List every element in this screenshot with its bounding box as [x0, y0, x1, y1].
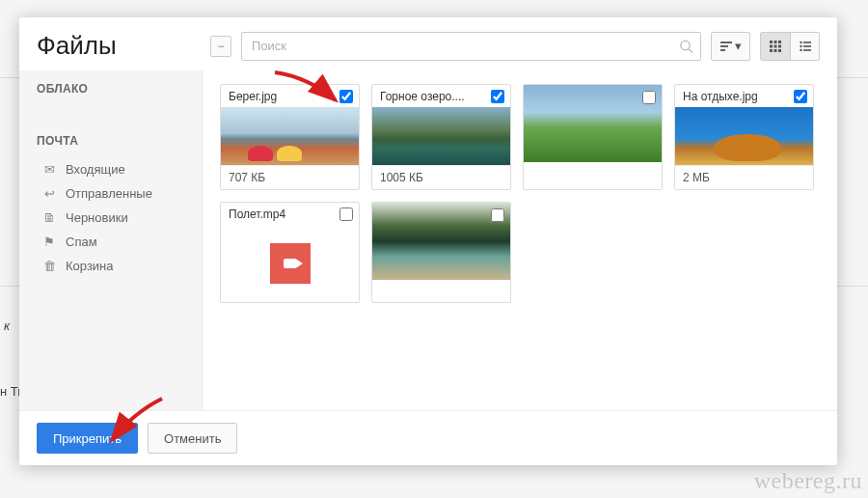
file-name: Берег.jpg	[229, 90, 336, 103]
spam-icon: ⚑	[42, 235, 56, 249]
svg-point-0	[681, 41, 690, 49]
sidebar-item-label: Отправленные	[66, 186, 152, 201]
file-name: Горное озеро....	[380, 90, 487, 103]
file-content: Берег.jpg707 КБГорное озеро....1005 КБНа…	[203, 70, 837, 410]
modal-header: Файлы − ▾	[19, 17, 837, 70]
sidebar-heading-mail: ПОЧТА	[19, 128, 202, 157]
file-grid: Берег.jpg707 КБГорное озеро....1005 КБНа…	[220, 84, 820, 303]
modal-title: Файлы	[37, 31, 201, 61]
modal-body: ОБЛАКО ПОЧТА ✉Входящие↩Отправленные🗎Черн…	[19, 70, 837, 410]
video-icon	[270, 243, 311, 284]
file-tile[interactable]: На отдыхе.jpg2 МБ	[674, 84, 814, 190]
file-name-row: Полет.mp4	[221, 203, 359, 225]
svg-rect-8	[770, 49, 773, 52]
svg-point-15	[800, 48, 801, 50]
sent-icon: ↩	[42, 186, 56, 201]
sort-icon	[719, 41, 733, 52]
bg-label: к	[4, 318, 10, 333]
trash-icon: 🗑	[42, 259, 56, 273]
svg-rect-16	[803, 49, 811, 51]
sidebar-item-trash[interactable]: 🗑Корзина	[19, 254, 202, 278]
grid-icon	[770, 41, 781, 52]
sidebar-heading-cloud[interactable]: ОБЛАКО	[19, 82, 202, 105]
watermark: webereg.ru	[754, 468, 862, 494]
sidebar-item-label: Спам	[66, 235, 97, 249]
svg-rect-7	[778, 44, 781, 47]
search-input[interactable]	[241, 32, 701, 61]
file-select-checkbox[interactable]	[339, 90, 353, 103]
svg-rect-10	[778, 49, 781, 52]
svg-rect-6	[774, 44, 777, 47]
file-size: 1005 КБ	[372, 165, 510, 189]
file-select-checkbox[interactable]	[491, 208, 504, 222]
drafts-icon: 🗎	[42, 210, 56, 225]
file-select-checkbox[interactable]	[339, 208, 353, 221]
search-icon	[679, 39, 693, 53]
sidebar-item-spam[interactable]: ⚑Спам	[19, 230, 202, 254]
file-thumbnail	[221, 107, 359, 165]
file-name: На отдыхе.jpg	[683, 90, 790, 103]
svg-point-11	[800, 41, 801, 42]
file-name-row: На отдыхе.jpg	[675, 85, 813, 107]
file-tile[interactable]: Горное озеро....1005 КБ	[371, 84, 511, 190]
file-picker-modal: Файлы − ▾	[19, 17, 837, 465]
search-wrap	[241, 32, 701, 61]
file-size: 707 КБ	[221, 165, 359, 189]
svg-rect-2	[770, 41, 773, 43]
sidebar-item-sent[interactable]: ↩Отправленные	[19, 181, 202, 206]
list-icon	[800, 41, 811, 52]
cancel-button[interactable]: Отменить	[148, 423, 237, 454]
view-toggle	[760, 32, 820, 61]
svg-rect-12	[803, 42, 811, 43]
svg-rect-5	[770, 44, 773, 47]
caret-down-icon: ▾	[735, 39, 742, 53]
svg-rect-14	[803, 45, 811, 47]
file-tile[interactable]: Полет.mp4	[220, 202, 360, 303]
modal-footer: Прикрепить Отменить	[19, 410, 837, 465]
file-thumbnail	[221, 225, 359, 302]
grid-view-button[interactable]	[761, 33, 790, 60]
minus-icon: −	[217, 41, 224, 52]
svg-line-1	[689, 48, 692, 52]
file-name: Полет.mp4	[229, 208, 336, 221]
sidebar-item-inbox[interactable]: ✉Входящие	[19, 157, 202, 181]
file-name-row: Горное озеро....	[372, 85, 510, 107]
sort-button[interactable]: ▾	[711, 32, 750, 61]
sidebar: ОБЛАКО ПОЧТА ✉Входящие↩Отправленные🗎Черн…	[19, 70, 203, 410]
svg-rect-3	[774, 41, 777, 43]
file-thumbnail	[372, 107, 510, 165]
file-select-checkbox[interactable]	[642, 91, 656, 104]
file-tile[interactable]: Берег.jpg707 КБ	[220, 84, 360, 190]
file-thumbnail	[372, 203, 510, 280]
svg-rect-9	[774, 49, 777, 52]
inbox-icon: ✉	[42, 162, 56, 177]
file-name-row: Берег.jpg	[221, 85, 359, 107]
list-view-button[interactable]	[790, 33, 819, 60]
svg-rect-4	[778, 41, 781, 43]
sidebar-item-drafts[interactable]: 🗎Черновики	[19, 206, 202, 230]
sidebar-item-label: Входящие	[66, 162, 125, 177]
file-select-checkbox[interactable]	[491, 90, 504, 103]
file-tile[interactable]	[523, 84, 663, 190]
sidebar-item-label: Корзина	[66, 259, 114, 273]
collapse-button[interactable]: −	[210, 36, 231, 57]
file-select-checkbox[interactable]	[794, 90, 807, 103]
sidebar-item-label: Черновики	[66, 210, 128, 225]
file-size: 2 МБ	[675, 165, 813, 189]
file-thumbnail	[675, 107, 813, 165]
file-thumbnail	[524, 85, 662, 162]
attach-button[interactable]: Прикрепить	[37, 423, 138, 454]
svg-point-13	[800, 44, 801, 46]
file-tile[interactable]	[371, 202, 511, 303]
